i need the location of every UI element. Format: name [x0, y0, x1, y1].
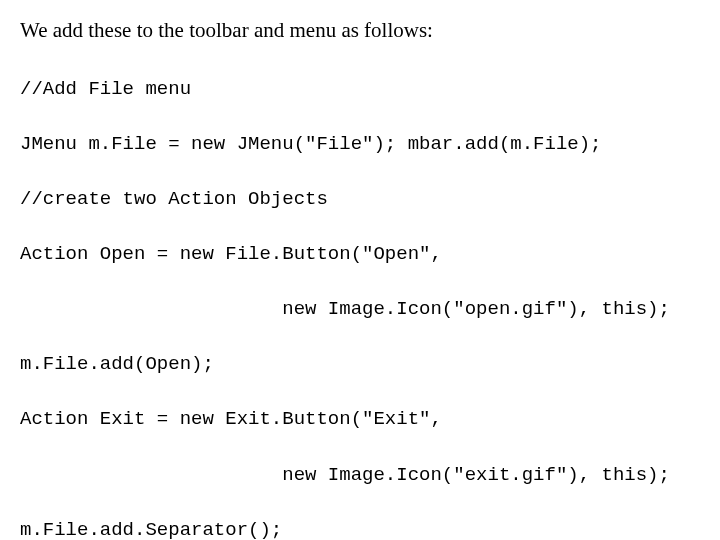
code-line: m.File.add.Separator();: [20, 517, 700, 540]
code-line: Action Open = new File.Button("Open",: [20, 241, 700, 269]
code-line: //create two Action Objects: [20, 186, 700, 214]
intro-text: We add these to the toolbar and menu as …: [20, 16, 700, 44]
code-line: JMenu m.File = new JMenu("File"); mbar.a…: [20, 131, 700, 159]
code-line: Action Exit = new Exit.Button("Exit",: [20, 406, 700, 434]
code-line: //Add File menu: [20, 76, 700, 104]
code-line: m.File.add(Open);: [20, 351, 700, 379]
code-line: new Image.Icon("exit.gif"), this);: [20, 462, 700, 490]
code-block: //Add File menu JMenu m.File = new JMenu…: [20, 48, 700, 540]
code-line: new Image.Icon("open.gif"), this);: [20, 296, 700, 324]
